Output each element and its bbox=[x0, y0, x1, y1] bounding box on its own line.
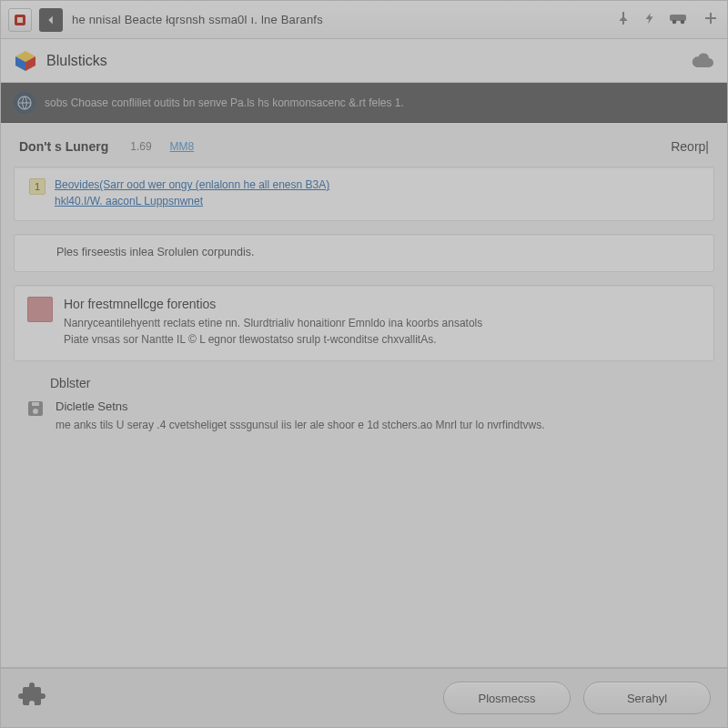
titlebar: he nnisal Beacte łqrsnsh ssma0l ı. lne B… bbox=[1, 1, 727, 39]
svg-point-4 bbox=[672, 19, 677, 24]
bolt-icon[interactable] bbox=[643, 11, 656, 29]
card2-text: Ples firseestis inlea Srolulen corpundis… bbox=[56, 246, 699, 258]
highlight-icon bbox=[27, 297, 53, 322]
svg-rect-14 bbox=[32, 402, 39, 406]
section-block: Dicletle Setns me anks tils U seray .4 c… bbox=[14, 398, 714, 440]
globe-icon bbox=[14, 92, 35, 114]
highlight-body-2: Piate vnsas sor Nantte IL © L egnor tlew… bbox=[64, 331, 699, 348]
panel-right-link[interactable]: Reorp| bbox=[671, 139, 709, 154]
result-link-1b[interactable]: hkl40.I/W. aaconL Luppsnwnet bbox=[55, 195, 329, 207]
svg-point-13 bbox=[33, 409, 38, 414]
result-card-2: Ples firseestis inlea Srolulen corpundis… bbox=[14, 234, 714, 272]
car-icon[interactable] bbox=[669, 12, 691, 28]
footer-bar: Plosmecss Serahyl bbox=[1, 667, 727, 727]
highlight-title: Hor frestmnellcge forentios bbox=[64, 297, 699, 311]
result-link-1a[interactable]: Beovides(Sarr ood wer ongy (enlalonn he … bbox=[55, 178, 329, 191]
section-title: Dicletle Setns bbox=[56, 399, 545, 413]
svg-rect-7 bbox=[705, 17, 716, 19]
cloud-icon[interactable] bbox=[691, 51, 714, 71]
content: Don't s Lunerg 1.69 MM8 Reorp| 1 Beovide… bbox=[1, 123, 727, 667]
svg-rect-2 bbox=[622, 21, 624, 25]
svg-point-5 bbox=[681, 19, 685, 24]
footer-button-right[interactable]: Serahyl bbox=[583, 682, 711, 714]
disk-icon bbox=[26, 399, 45, 421]
cube-icon bbox=[14, 49, 37, 73]
plus-icon[interactable] bbox=[703, 11, 718, 29]
panel-tab[interactable]: MM8 bbox=[170, 140, 195, 153]
app-icon bbox=[8, 8, 32, 32]
result-card-1: 1 Beovides(Sarr ood wer ongy (enlalonn h… bbox=[14, 167, 714, 221]
puzzle-icon[interactable] bbox=[17, 682, 46, 714]
pin-icon[interactable] bbox=[616, 11, 631, 29]
title-actions bbox=[616, 11, 718, 29]
panel-header: Don't s Lunerg 1.69 MM8 Reorp| bbox=[14, 134, 714, 167]
footer-button-left[interactable]: Plosmecss bbox=[443, 682, 571, 714]
svg-rect-1 bbox=[17, 17, 23, 23]
section-body: me anks tils U seray .4 cvetsheliget sss… bbox=[56, 417, 545, 433]
window-title: he nnisal Beacte łqrsnsh ssma0l ı. lne B… bbox=[72, 13, 323, 26]
section-label: Dblster bbox=[14, 374, 714, 398]
brand-label: Blulsticks bbox=[46, 53, 107, 69]
highlight-body-1: Nanryceantilehyentt reclats etine nn. Sl… bbox=[64, 315, 699, 331]
back-button[interactable] bbox=[39, 8, 63, 32]
panel-title: Don't s Lunerg bbox=[19, 139, 108, 154]
app-window: he nnisal Beacte łqrsnsh ssma0l ı. lne B… bbox=[0, 0, 728, 728]
subheader: Blulsticks bbox=[1, 39, 727, 83]
highlight-card: Hor frestmnellcge forentios Nanryceantil… bbox=[14, 285, 714, 361]
notice-text: sobs Choase confliliet outits bn senve P… bbox=[45, 96, 404, 109]
notice-bar: sobs Choase confliliet outits bn senve P… bbox=[1, 83, 727, 123]
rank-badge: 1 bbox=[29, 178, 46, 195]
svg-rect-3 bbox=[670, 15, 686, 21]
panel-count: 1.69 bbox=[130, 140, 151, 153]
